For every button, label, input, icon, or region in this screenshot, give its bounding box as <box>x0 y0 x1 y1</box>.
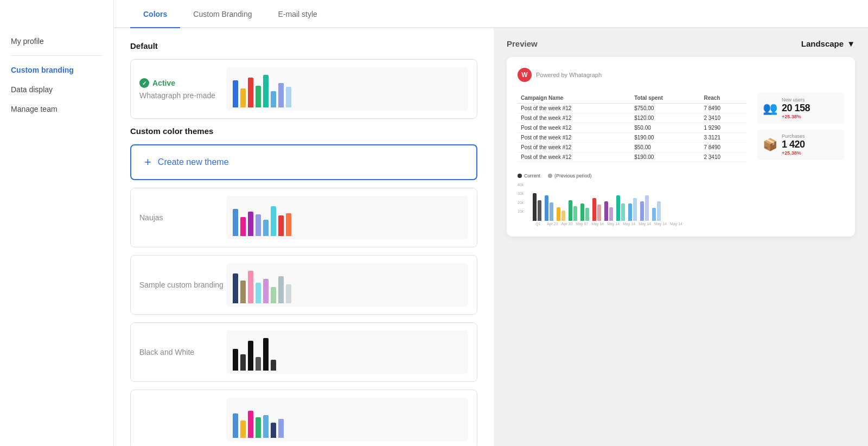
y-label-10k: 10k <box>518 209 524 213</box>
custom-section-label: Custom color themes <box>130 126 477 136</box>
preview-bar <box>256 86 261 107</box>
default-theme-card[interactable]: ✓ Active Whatagraph pre-made <box>130 59 477 119</box>
preview-bar <box>240 354 246 371</box>
stat-new-users: 👥 New users 20 158 +25.38% <box>757 93 844 124</box>
sidebar-item-data-display[interactable]: Data display <box>11 80 103 99</box>
sidebar-item-custom-branding[interactable]: Custom branding <box>11 60 103 80</box>
preview-bar <box>240 217 246 236</box>
chart-bar <box>533 193 537 221</box>
preview-logo-bar: W Powered by Whatagraph <box>518 68 844 82</box>
sample-theme-name: Sample custom branding <box>139 281 224 289</box>
chart-bar <box>621 203 625 221</box>
main-content: Colors Custom Branding E-mail style Defa… <box>114 0 868 446</box>
chart-bar <box>557 207 560 221</box>
sidebar-item-manage-team[interactable]: Manage team <box>11 99 103 119</box>
preview-bar <box>233 80 238 107</box>
preview-bar <box>248 212 253 236</box>
chart-bar <box>545 195 548 221</box>
legend-previous-label: (Previous period) <box>554 173 592 179</box>
preview-bar <box>286 87 291 107</box>
chart-bar-group <box>628 190 637 221</box>
stat-purchases-change: +25.38% <box>782 150 805 156</box>
preview-bar <box>263 75 269 107</box>
chart-bar-group <box>604 190 613 221</box>
table-row: Post of the week #12$120.002 3410 <box>518 113 746 123</box>
theme4-card[interactable] <box>130 390 477 446</box>
preview-bar <box>233 273 238 303</box>
y-label-20k: 20k <box>518 201 524 205</box>
chart-bar <box>604 201 608 221</box>
preview-table: Campaign Name Total spent Reach Post of … <box>518 93 746 162</box>
sidebar-item-my-profile[interactable]: My profile <box>11 31 103 51</box>
stat-purchases: 📦 Purchases 1 420 +25.38% <box>757 129 844 160</box>
chart-bar-group <box>652 190 661 221</box>
preview-bar <box>271 206 276 236</box>
chart-bar <box>657 201 661 221</box>
chart-bar <box>550 202 553 221</box>
chart-bar-group <box>533 190 541 221</box>
table-row: Post of the week #12$750.007 8490 <box>518 104 746 113</box>
active-check-icon: ✓ <box>139 78 149 88</box>
preview-bar <box>271 287 276 303</box>
col-reach: Reach <box>700 93 746 104</box>
preview-label: Preview <box>507 39 538 48</box>
tab-custom-branding[interactable]: Custom Branding <box>180 0 265 28</box>
chart-legend: Current (Previous period) <box>518 173 844 179</box>
col-campaign: Campaign Name <box>518 93 631 104</box>
preview-bar <box>248 341 253 371</box>
landscape-button[interactable]: Landscape ▼ <box>801 39 855 48</box>
tabs-bar: Colors Custom Branding E-mail style <box>114 0 868 28</box>
chart-bar-group <box>569 190 577 221</box>
chart-x-label: May 14 <box>591 222 604 226</box>
default-section-label: Default <box>130 41 477 50</box>
preview-logo-text: Powered by Whatagraph <box>536 72 602 78</box>
preview-bar <box>278 419 284 438</box>
content-area: Default ✓ Active Whatagraph pre-made Cus… <box>114 28 868 446</box>
table-row: Post of the week #12$50.001 9290 <box>518 123 746 133</box>
chart-x-label: Q1 <box>533 222 544 226</box>
active-label: Active <box>152 79 175 87</box>
preview-bar <box>278 215 284 236</box>
chart-x-label: May 14 <box>623 222 635 226</box>
col-spent: Total spent <box>631 93 700 104</box>
naujas-theme-card[interactable]: Naujas <box>130 188 477 247</box>
preview-bar <box>271 91 276 107</box>
chart-bar <box>597 205 601 221</box>
chart-bar-group <box>580 190 589 221</box>
chart-bar-group <box>592 190 601 221</box>
sample-theme-card[interactable]: Sample custom branding <box>130 255 477 315</box>
chart-bar <box>652 208 656 221</box>
chart-y-axis: 40k 30k 20k 10k <box>518 183 524 213</box>
preview-bar <box>233 413 238 438</box>
table-row: Post of the week #12$190.003 3121 <box>518 133 746 143</box>
tab-email-style[interactable]: E-mail style <box>265 0 330 28</box>
preview-header: Preview Landscape ▼ <box>507 39 855 48</box>
preview-chart-section: Current (Previous period) 40k 30k 20k 10… <box>518 173 844 226</box>
chart-bar <box>580 203 584 221</box>
stat-users-label: New users <box>782 97 810 103</box>
sidebar-nav: My profile Custom branding Data display … <box>11 31 103 119</box>
stat-users-value: 20 158 <box>782 103 810 114</box>
chart-x-label: Apr 23 <box>547 222 558 226</box>
table-row: Post of the week #12$190.002 3410 <box>518 152 746 162</box>
preview-bar <box>233 209 238 236</box>
stat-purchases-value: 1 420 <box>782 139 805 150</box>
preview-bar <box>256 214 261 236</box>
naujas-theme-info: Naujas <box>139 213 226 222</box>
preview-bar <box>286 213 291 236</box>
create-theme-button[interactable]: + Create new theme <box>130 144 477 180</box>
preview-bar <box>248 411 253 438</box>
bw-theme-card[interactable]: Black and White <box>130 322 477 382</box>
chart-bar <box>538 200 541 221</box>
preview-bar <box>278 276 284 303</box>
chart-bar-group <box>640 190 649 221</box>
theme4-preview <box>226 398 468 441</box>
chart-bar-group <box>616 190 625 221</box>
tab-colors[interactable]: Colors <box>130 0 180 28</box>
themes-panel: Default ✓ Active Whatagraph pre-made Cus… <box>114 28 494 446</box>
preview-bar <box>263 415 269 438</box>
preview-bar <box>286 284 291 303</box>
chart-bar <box>609 207 613 221</box>
y-label-30k: 30k <box>518 192 524 195</box>
chart-x-label: May 14 <box>639 222 651 226</box>
